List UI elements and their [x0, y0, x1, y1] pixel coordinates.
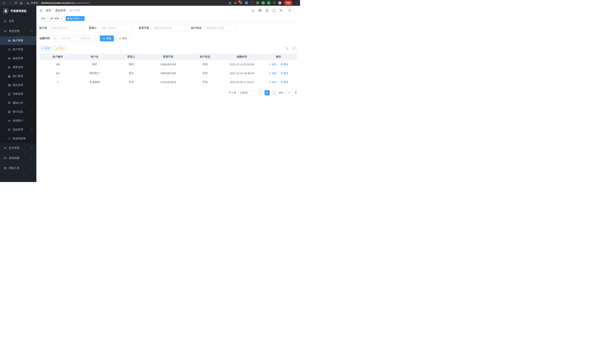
extension-icon-6[interactable]	[267, 1, 270, 4]
delete-link[interactable]: 删除	[281, 72, 288, 75]
code-icon	[8, 137, 11, 140]
extension-icon-4[interactable]	[256, 1, 259, 4]
edit-link[interactable]: 修改	[269, 81, 277, 84]
tenant-name-input[interactable]	[49, 25, 84, 31]
font-size-icon[interactable]: TT	[279, 9, 282, 12]
sidebar-item-menu[interactable]: 菜单管理	[0, 63, 36, 72]
share-icon[interactable]	[229, 1, 232, 4]
table-toolbar: 新增 导出	[39, 46, 297, 51]
book-icon	[8, 93, 11, 95]
export-button[interactable]: 导出	[54, 46, 66, 51]
sidebar-item-tenant[interactable]: 租户管理	[0, 36, 36, 45]
status-select[interactable]: 请选择租户状态	[204, 25, 238, 31]
sidebar-item-role[interactable]: 角色管理	[0, 54, 36, 63]
security-label[interactable]: 不安全	[31, 1, 38, 5]
sidebar-item-dict[interactable]: 字典管理	[0, 90, 36, 99]
sidebar-item-dept[interactable]: 部门管理	[0, 72, 36, 81]
address-bar[interactable]: 不安全 dashboard.yudao.iocoder.cn/system/te…	[27, 1, 226, 5]
date-range-picker[interactable]: 开始日期 - 结束日期	[52, 36, 95, 41]
sidebar-item-infra[interactable]: 基础设施	[0, 153, 36, 163]
sidebar-item-payment[interactable]: 支付管理	[0, 143, 36, 153]
search-button[interactable]: 搜索	[100, 36, 114, 41]
plus-icon	[42, 47, 44, 49]
tab-bar: 首页 部门管理 × 租户管理 ×	[36, 16, 300, 22]
chevron-down-icon	[30, 167, 33, 169]
link-label: 删除	[283, 81, 288, 84]
home-icon	[4, 20, 7, 23]
avatar-dropdown-caret-icon[interactable]	[295, 11, 297, 13]
breadcrumb-item[interactable]: 系统管理	[55, 9, 66, 12]
sidebar-item-label: 通知公告	[13, 101, 23, 105]
close-icon[interactable]: ×	[60, 17, 63, 20]
tab-home[interactable]: 首页	[39, 16, 47, 21]
edit-document-icon	[8, 110, 11, 113]
next-page-button[interactable]	[272, 90, 277, 95]
delete-link[interactable]: 删除	[281, 81, 288, 84]
extension-icon-1[interactable]: 10	[239, 1, 243, 4]
button-label: 导出	[59, 47, 64, 50]
goto-page-input[interactable]	[285, 90, 293, 95]
column-header: 联系人	[113, 54, 150, 60]
sidebar-item-online-user[interactable]: 在线用户	[0, 116, 36, 125]
browser-reload-icon[interactable]	[14, 1, 17, 4]
logo[interactable]: 芋道管理系统	[0, 6, 36, 16]
extension-icon-3[interactable]	[251, 1, 254, 4]
cell-name: 测试租户	[76, 69, 113, 78]
sidebar-item-notice[interactable]: 通知公告	[0, 99, 36, 107]
tab-dept[interactable]: 部门管理 ×	[48, 16, 65, 21]
sidebar-item-sms[interactable]: 短信管理	[0, 125, 36, 134]
add-button[interactable]: 新增	[39, 46, 52, 51]
help-icon[interactable]	[265, 9, 269, 12]
cell-mobile: 15601691300	[150, 69, 187, 78]
toggle-search-button[interactable]	[284, 46, 290, 51]
sidebar-item-error-code[interactable]: 错误码管理	[0, 134, 36, 143]
column-header: 租户状态	[187, 54, 223, 60]
user-avatar[interactable]	[286, 7, 293, 14]
refresh-table-button[interactable]	[291, 46, 297, 51]
bookmark-star-icon[interactable]	[234, 1, 237, 4]
sidebar-item-post[interactable]: 岗位管理	[0, 81, 36, 90]
browser-forward-icon[interactable]	[8, 1, 11, 5]
edit-link[interactable]: 修改	[269, 63, 277, 66]
sidebar-item-dev-tools[interactable]: 研发工具	[0, 163, 36, 173]
sidebar-item-user[interactable]: 用户管理	[0, 45, 36, 54]
page-content: 租户名 联系人 联系手机 租户状态 请选择租户状态	[36, 22, 300, 182]
update-button[interactable]: 更新	[284, 0, 292, 5]
contact-input[interactable]	[99, 25, 134, 31]
sidebar: 芋道管理系统 首页 系统管理 租户管理 用户管理	[0, 6, 36, 182]
mobile-input[interactable]	[151, 25, 186, 31]
extension-icon-5[interactable]	[262, 1, 265, 4]
users-icon	[8, 39, 11, 42]
sidebar-item-home[interactable]: 首页	[0, 16, 36, 26]
button-label: 新增	[45, 47, 49, 50]
url-path: /system/tenant	[74, 1, 90, 4]
sidebar-item-system[interactable]: 系统管理	[0, 26, 36, 36]
search-icon[interactable]	[251, 9, 254, 12]
breadcrumb-separator: /	[53, 9, 53, 12]
prev-page-button[interactable]	[258, 90, 263, 95]
cell-contact: 测试	[113, 60, 150, 69]
github-icon[interactable]	[258, 9, 262, 12]
delete-link[interactable]: 删除	[281, 63, 288, 66]
page-size-select[interactable]: 10条/页	[238, 90, 256, 95]
browser-home-icon[interactable]	[20, 1, 23, 4]
url-text[interactable]: dashboard.yudao.iocoder.cn/system/tenant	[41, 1, 90, 4]
browser-back-icon[interactable]	[2, 1, 6, 5]
breadcrumb-item[interactable]: 首页	[46, 9, 51, 12]
fullscreen-icon[interactable]	[272, 9, 276, 12]
browser-menu-icon[interactable]	[295, 1, 298, 4]
sidebar-fold-icon[interactable]	[39, 9, 43, 12]
close-icon[interactable]: ×	[80, 17, 83, 20]
sidebar-item-audit-log[interactable]: 审计日志	[0, 107, 36, 116]
chevron-left-icon	[259, 92, 261, 94]
extension-icon-2[interactable]	[245, 1, 248, 4]
page-number-button[interactable]: 1	[264, 90, 270, 95]
extension-icon-7[interactable]	[273, 1, 276, 4]
profile-avatar-icon[interactable]	[278, 1, 281, 4]
edit-link[interactable]: 修改	[269, 72, 277, 75]
sidebar-item-label: 支付管理	[9, 146, 19, 150]
sidebar-item-label: 首页	[9, 19, 14, 23]
reset-button[interactable]: 重置	[116, 36, 130, 41]
tab-tenant[interactable]: 租户管理 ×	[66, 16, 84, 21]
sidebar-item-label: 角色管理	[13, 57, 23, 60]
